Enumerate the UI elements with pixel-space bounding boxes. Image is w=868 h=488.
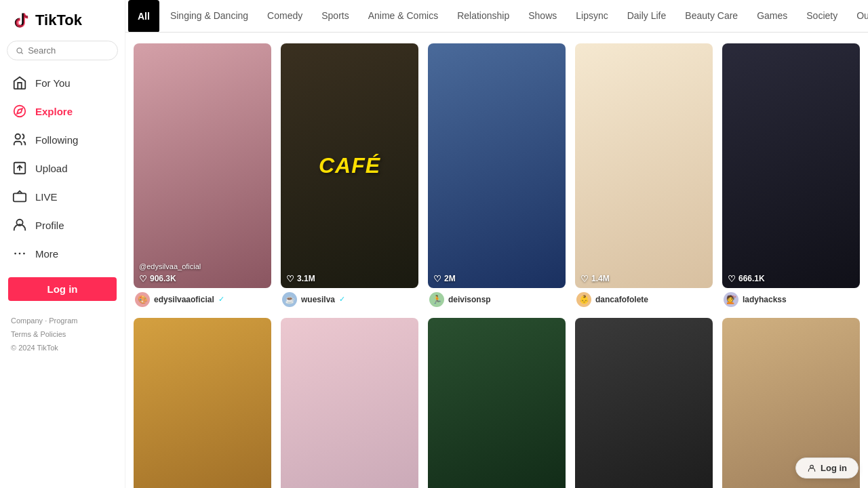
app-name: TikTok: [35, 12, 82, 29]
dots-icon: [11, 245, 28, 262]
sidebar-label-following: Following: [35, 134, 78, 146]
avatar: ☕: [282, 292, 297, 307]
svg-rect-5: [14, 193, 26, 201]
float-log-in-button[interactable]: Log in: [795, 458, 859, 479]
program-link[interactable]: Program: [49, 317, 77, 325]
sidebar-label-upload: Upload: [35, 163, 68, 174]
person-icon: [11, 216, 28, 234]
avatar: 🎨: [135, 292, 150, 307]
tab-relationship[interactable]: Relationship: [448, 0, 519, 33]
sidebar-item-profile[interactable]: Profile: [0, 211, 125, 239]
video-thumbnail: ♡785.5K: [428, 318, 566, 488]
search-icon: [16, 46, 24, 56]
tab-anime-comics[interactable]: Anime & Comics: [359, 0, 448, 33]
handle-overlay: @edysilvaa_oficial: [139, 262, 201, 270]
video-grid-cols: @edysilvaa_oficial ♡906.3K 🎨 edysilvaaof…: [134, 43, 860, 488]
svg-point-9: [23, 253, 25, 255]
sidebar-label-more: More: [35, 248, 58, 260]
tab-outfit[interactable]: Outfit: [847, 0, 868, 33]
video-card[interactable]: @edysilvaa_oficial ♡906.3K 🎨 edysilvaaof…: [134, 43, 271, 308]
video-thumbnail: CAFÉ ♡3.1M: [281, 43, 418, 288]
person-small-icon: [807, 464, 816, 473]
tabs-bar: All Singing & Dancing Comedy Sports Anim…: [125, 0, 868, 33]
live-icon: [11, 188, 28, 205]
copyright: © 2024 TikTok: [11, 342, 114, 355]
users-icon: [11, 131, 28, 148]
tab-comedy[interactable]: Comedy: [258, 0, 312, 33]
sidebar-item-following[interactable]: Following: [0, 125, 125, 154]
video-info: 🎨 edysilvaaoficial ✓: [134, 288, 271, 308]
sidebar-label-live: LIVE: [35, 191, 58, 203]
sidebar-item-upload[interactable]: Upload: [0, 154, 125, 182]
video-card[interactable]: ♡785.5K 🌱 marcelinhodamela...: [428, 318, 566, 488]
avatar: 🏃: [429, 292, 444, 307]
tab-society[interactable]: Society: [797, 0, 847, 33]
avatar: 👶: [576, 292, 591, 307]
logo-area[interactable]: TikTok: [0, 8, 125, 41]
video-info: 👶 dancafofolete: [575, 288, 713, 308]
video-thumbnail: ♡1.4M: [575, 43, 713, 288]
tab-singing-dancing[interactable]: Singing & Dancing: [161, 0, 258, 33]
username: edysilvaaoficial: [154, 295, 214, 304]
svg-point-0: [17, 47, 22, 52]
video-thumbnail: ♡756.7K: [281, 318, 418, 488]
tab-daily-life[interactable]: Daily Life: [618, 0, 676, 33]
video-thumbnail: ♡2M: [428, 43, 566, 288]
video-card[interactable]: ♡223.9K 🌿 naturabrasiloficial ✓: [134, 318, 271, 488]
home-icon: [11, 74, 28, 92]
sidebar-label-for-you: For You: [35, 77, 71, 89]
sidebar-item-live[interactable]: LIVE: [0, 182, 125, 211]
tab-shows[interactable]: Shows: [519, 0, 566, 33]
tab-lipsync[interactable]: Lipsync: [566, 0, 617, 33]
svg-point-2: [14, 106, 26, 117]
avatar: 💇: [724, 292, 738, 307]
sidebar-label-explore: Explore: [35, 106, 73, 117]
verified-badge: ✓: [218, 295, 224, 304]
svg-line-1: [21, 52, 22, 54]
tiktok-logo-icon: [11, 11, 30, 30]
video-card[interactable]: ♡756.7K Paid partnership 💃 _laisfrancine: [281, 318, 418, 488]
main-content: All Singing & Dancing Comedy Sports Anim…: [125, 0, 868, 488]
video-thumbnail: ♡223.9K: [134, 318, 271, 488]
like-count: ♡3.1M: [286, 274, 315, 284]
svg-point-3: [16, 134, 20, 139]
video-card[interactable]: ♡1.4M 👶 dancafofolete: [575, 43, 713, 308]
float-log-in-label: Log in: [821, 463, 847, 473]
sidebar: TikTok For You Explore Following Upload: [0, 0, 125, 488]
sidebar-footer: Company · Program Terms & Policies © 202…: [0, 308, 125, 361]
video-thumbnail: @edysilvaa_oficial ♡906.3K: [134, 43, 271, 288]
tab-sports[interactable]: Sports: [312, 0, 358, 33]
search-bar[interactable]: [7, 41, 118, 60]
company-link[interactable]: Company: [11, 317, 43, 325]
video-grid: @edysilvaa_oficial ♡906.3K 🎨 edysilvaaof…: [125, 33, 868, 488]
video-overlay-text: CAFÉ: [319, 153, 380, 178]
video-card[interactable]: CAFÉ ♡3.1M ☕ wuesilva ✓: [281, 43, 418, 308]
tab-all[interactable]: All: [128, 0, 159, 33]
username: deivisonsp: [448, 295, 491, 304]
video-thumbnail: ♡666.1K: [722, 43, 860, 288]
like-count: ♡2M: [433, 274, 456, 284]
terms-link[interactable]: Terms & Policies: [11, 330, 66, 338]
video-info: ☕ wuesilva ✓: [281, 288, 418, 308]
video-card[interactable]: ♡666.1K 💇 ladyhackss: [722, 43, 860, 308]
search-input[interactable]: [28, 45, 109, 56]
compass-icon: [11, 102, 28, 120]
username: dancafofolete: [595, 295, 648, 304]
video-info: 💇 ladyhackss: [722, 288, 860, 308]
username: ladyhackss: [743, 295, 787, 304]
video-card[interactable]: ♡2M 🏃 deivisonsp: [428, 43, 566, 308]
sidebar-item-more[interactable]: More: [0, 239, 125, 268]
tab-games[interactable]: Games: [747, 0, 797, 33]
video-info: 🏃 deivisonsp: [428, 288, 566, 308]
sidebar-item-explore[interactable]: Explore: [0, 97, 125, 125]
sidebar-label-profile: Profile: [35, 220, 64, 231]
svg-point-8: [19, 253, 21, 255]
like-count: ♡1.4M: [580, 274, 610, 284]
video-thumbnail: ♡71M: [575, 318, 713, 488]
like-count: ♡666.1K: [728, 274, 765, 284]
sidebar-item-for-you[interactable]: For You: [0, 68, 125, 97]
like-count: ♡906.3K: [139, 274, 176, 284]
tab-beauty-care[interactable]: Beauty Care: [675, 0, 747, 33]
log-in-button[interactable]: Log in: [8, 277, 117, 301]
video-card[interactable]: ♡71M 🎤 mcxangaioficial: [575, 318, 713, 488]
